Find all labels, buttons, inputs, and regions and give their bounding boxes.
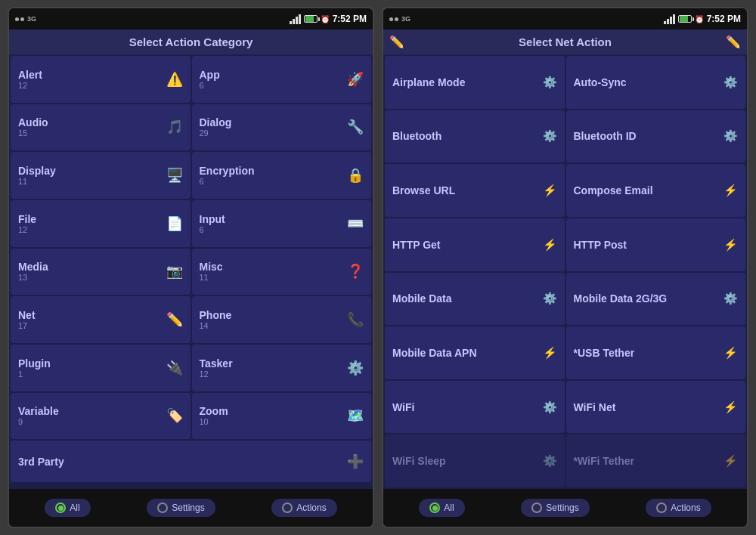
variable-icon: 🏷️ [166,407,183,424]
http-get-label: HTTP Get [392,239,441,251]
right-all-button[interactable]: All [419,499,464,517]
action-wifi-tether[interactable]: *WiFi Tether ⚡ [566,434,746,487]
wifi-net-lightning-icon: ⚡ [723,400,738,414]
audio-text: Audio 15 [18,116,48,138]
bar4 [299,14,301,24]
action-wifi-sleep[interactable]: WiFi Sleep ⚙️ [385,434,565,487]
audio-name: Audio [18,116,48,128]
category-dialog[interactable]: Dialog 29 🔧 [192,104,372,151]
category-3rdparty[interactable]: 3rd Party ➕ [11,441,371,482]
action-compose-email[interactable]: Compose Email ⚡ [566,164,746,217]
category-app[interactable]: App 6 🚀 [192,56,372,103]
category-file[interactable]: File 12 📄 [11,200,191,247]
left-phone: 3G ⏰ 7:52 PM Select Action Category [8,7,374,528]
dot2 [20,17,24,21]
3rdparty-icon: ➕ [347,453,364,470]
right-actions-grid: Airplane Mode ⚙️ Auto-Sync ⚙️ Bluetooth … [383,54,747,489]
http-post-lightning-icon: ⚡ [723,238,738,252]
display-text: Display 11 [18,165,56,186]
left-all-button[interactable]: All [45,499,90,517]
right-app-header: ✏️ Select Net Action ✏️ [383,29,747,54]
left-settings-button[interactable]: Settings [147,499,215,517]
left-actions-button[interactable]: Actions [271,499,336,517]
category-misc[interactable]: Misc 11 ❓ [192,249,372,295]
battery-icon [304,15,318,23]
category-zoom[interactable]: Zoom 10 🗺️ [192,393,372,440]
action-wifi-net[interactable]: WiFi Net ⚡ [566,381,746,434]
category-media[interactable]: Media 13 📷 [11,249,191,295]
right-all-radio [429,503,440,513]
alert-text: Alert 12 [18,69,42,90]
alert-icon: ⚠️ [166,71,183,88]
phone-text: Phone 14 [200,309,232,330]
right-actions-radio [656,503,667,513]
actions-radio [282,503,293,513]
right-header-title: Select Net Action [519,36,612,48]
bar1 [290,21,292,24]
zoom-count: 10 [200,417,228,426]
category-variable[interactable]: Variable 9 🏷️ [11,393,191,440]
auto-sync-label: Auto-Sync [574,76,627,88]
encryption-count: 6 [200,177,255,186]
plugin-text: Plugin 1 [18,357,51,379]
category-tasker[interactable]: Tasker 12 ⚙️ [192,345,372,391]
right-phone: 3G ⏰ 7:52 PM ✏️ Select Net Action [382,7,748,528]
signal-bars [290,14,301,24]
compose-email-label: Compose Email [574,184,653,196]
left-content: Alert 12 ⚠️ App 6 🚀 Audio 15 [9,54,373,489]
alert-count: 12 [18,81,42,90]
action-bluetooth[interactable]: Bluetooth ⚙️ [385,110,565,163]
right-bottom-bar: All Settings Actions [383,489,747,527]
auto-sync-gear-icon: ⚙️ [723,76,738,89]
right-bar2 [667,19,669,24]
misc-icon: ❓ [347,263,364,280]
right-settings-label: Settings [546,503,578,513]
mobile-data-2g3g-label: Mobile Data 2G/3G [574,292,668,305]
action-http-post[interactable]: HTTP Post ⚡ [566,218,746,271]
category-phone[interactable]: Phone 14 📞 [192,296,372,343]
action-mobile-data-2g3g[interactable]: Mobile Data 2G/3G ⚙️ [566,273,746,326]
category-net[interactable]: Net 17 ✏️ [11,296,191,343]
action-mobile-data-apn[interactable]: Mobile Data APN ⚡ [385,326,565,379]
app-text: App 6 [200,69,220,90]
wifi-gear-icon: ⚙️ [543,400,557,414]
right-settings-button[interactable]: Settings [521,499,589,517]
category-plugin[interactable]: Plugin 1 🔌 [11,345,191,391]
tasker-name: Tasker [200,357,233,370]
media-icon: 📷 [166,263,183,280]
right-dot1 [389,17,393,21]
browse-url-label: Browse URL [392,184,455,196]
mobile-data-2g3g-gear-icon: ⚙️ [723,292,738,305]
all-radio [55,503,66,513]
action-bluetooth-id[interactable]: Bluetooth ID ⚙️ [566,110,746,163]
category-alert[interactable]: Alert 12 ⚠️ [11,56,191,103]
zoom-name: Zoom [200,405,228,417]
action-mobile-data[interactable]: Mobile Data ⚙️ [385,273,565,326]
http-get-lightning-icon: ⚡ [543,238,557,252]
misc-name: Misc [200,261,223,273]
3rdparty-name: 3rd Party [18,456,64,468]
action-http-get[interactable]: HTTP Get ⚡ [385,218,565,271]
right-time: 7:52 PM [707,14,741,24]
bluetooth-id-gear-icon: ⚙️ [723,129,738,143]
encryption-icon: 🔒 [347,167,364,184]
action-browse-url[interactable]: Browse URL ⚡ [385,164,565,217]
phone-count: 14 [200,321,232,330]
mobile-data-label: Mobile Data [392,292,452,305]
action-usb-tether[interactable]: *USB Tether ⚡ [566,326,746,379]
category-display[interactable]: Display 11 🖥️ [11,152,191,199]
input-icon: ⌨️ [347,215,364,232]
right-status-left: 3G [389,15,411,23]
left-settings-label: Settings [172,503,204,513]
action-airplane-mode[interactable]: Airplane Mode ⚙️ [385,56,565,109]
right-actions-button[interactable]: Actions [646,499,711,517]
action-auto-sync[interactable]: Auto-Sync ⚙️ [566,56,746,109]
input-name: Input [200,213,225,225]
right-status-bar: 3G ⏰ 7:52 PM [383,8,747,29]
category-input[interactable]: Input 6 ⌨️ [192,200,372,247]
mobile-data-apn-label: Mobile Data APN [392,347,477,359]
action-wifi[interactable]: WiFi ⚙️ [385,381,565,434]
category-encryption[interactable]: Encryption 6 🔒 [192,152,372,199]
right-bar4 [673,14,675,24]
category-audio[interactable]: Audio 15 🎵 [11,104,191,151]
